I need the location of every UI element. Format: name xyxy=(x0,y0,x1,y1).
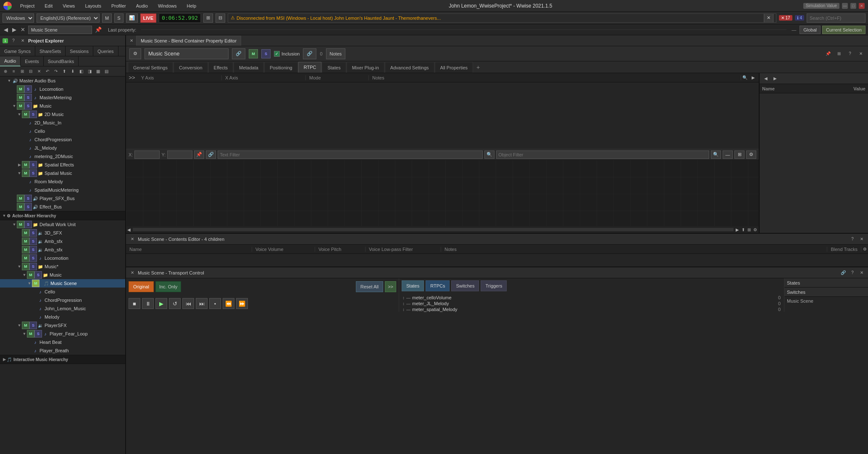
menu-views[interactable]: Views xyxy=(61,3,76,9)
prev-btn[interactable]: ⏪ xyxy=(223,298,234,309)
tab-game-syncs[interactable]: Game Syncs xyxy=(0,46,35,56)
live-button[interactable]: LIVE xyxy=(140,13,156,23)
add-tab-btn[interactable]: + xyxy=(473,62,483,73)
play-button[interactable]: ▶ xyxy=(155,298,167,309)
transport-help-btn[interactable]: ? xyxy=(849,269,856,277)
blend-options-button[interactable]: ⚙ xyxy=(129,48,141,59)
tab-close-button[interactable]: ✕ xyxy=(128,37,135,45)
tab-effects[interactable]: Effects xyxy=(208,62,233,73)
loop-btn[interactable]: ↺ xyxy=(169,298,181,309)
rtpc-list-item-2[interactable]: ↕ — meter_spatial_Melody 0 xyxy=(402,307,781,312)
properties-collapse[interactable]: ◀ xyxy=(762,75,770,82)
tree-item-mastermetering[interactable]: M S ♪ MasterMetering xyxy=(0,93,125,102)
tab-mixer-plugin[interactable]: Mixer Plug-in xyxy=(347,62,384,73)
tree-btn-7[interactable]: ↷ xyxy=(52,68,60,75)
panel-help-button[interactable]: ? xyxy=(10,37,17,45)
close-editor-btn[interactable]: ✕ xyxy=(857,50,865,58)
tree-btn-12[interactable]: ▦ xyxy=(94,68,102,75)
menu-windows[interactable]: Windows xyxy=(156,3,179,9)
graph-scrollbar[interactable] xyxy=(133,228,734,231)
contents-close-btn[interactable]: ✕ xyxy=(129,235,136,243)
transport-icon2[interactable]: ⊟ xyxy=(216,13,225,23)
pause-button[interactable]: ⏸ xyxy=(142,298,154,309)
tab-states[interactable]: States xyxy=(322,62,346,73)
object-filter-search-btn[interactable]: 🔍 xyxy=(711,150,721,159)
y-input[interactable] xyxy=(167,150,192,159)
rtpcs-button[interactable]: RTPCs xyxy=(426,280,450,291)
tab-conversion[interactable]: Conversion xyxy=(174,62,208,73)
switches-button[interactable]: Switches xyxy=(451,280,479,291)
graph-icon-b[interactable]: ⊞ xyxy=(746,227,752,232)
filter-btn-1[interactable]: — xyxy=(723,150,733,159)
rtpc-list-item-1[interactable]: ↕ — meter_JL_Melody 0 xyxy=(402,301,781,306)
scope-current-selection-button[interactable]: Current Selection xyxy=(822,26,865,34)
tree-btn-8[interactable]: ⬆ xyxy=(60,68,68,75)
forward-button[interactable]: ▶ xyxy=(11,26,18,33)
tree-item-amb-sfx-1[interactable]: M S 🔉 Amb_sfx xyxy=(0,237,125,245)
rtpc-list-item-0[interactable]: ↕ — meter_celloVolume 0 xyxy=(402,295,781,300)
filter-btn-2[interactable]: ⊞ xyxy=(734,150,744,159)
s-button[interactable]: S xyxy=(114,13,123,23)
help-btn[interactable]: ? xyxy=(846,50,854,58)
tree-item-music-star[interactable]: ▼ M S 📁 Music* xyxy=(0,262,125,271)
text-filter-search-btn[interactable]: 🔍 xyxy=(484,150,494,159)
tree-item-music-folder[interactable]: ▼ M S 📁 Music xyxy=(0,102,125,110)
blend-m-btn[interactable]: M xyxy=(249,49,258,58)
col-settings-btn[interactable]: ⚙ xyxy=(861,245,868,253)
rewind-btn[interactable]: ⏮ xyxy=(182,298,194,309)
tab-sharesets[interactable]: ShareSets xyxy=(35,46,66,56)
tree-item-cello-1[interactable]: ♪ Cello xyxy=(0,127,125,135)
tree-btn-3[interactable]: ⊞ xyxy=(18,68,26,75)
activity-button[interactable]: 📊 xyxy=(126,13,138,23)
stop-button[interactable]: ■ xyxy=(129,298,140,309)
close-nav-button[interactable]: ✕ xyxy=(19,26,26,33)
tree-item-johnlemonmusic[interactable]: ♪ John_Lemon_Music xyxy=(0,304,125,313)
expand-btn[interactable]: ▶ xyxy=(750,74,757,82)
tab-general[interactable]: General Settings xyxy=(128,62,173,73)
notification-bar[interactable]: ⚠ Disconnected from MSI (Windows - Local… xyxy=(228,13,776,23)
fwd-button[interactable]: >> xyxy=(385,281,396,292)
blend-s-btn[interactable]: S xyxy=(261,49,271,58)
pin-button[interactable]: 📌 xyxy=(94,26,103,33)
subtab-soundbanks[interactable]: SoundBanks xyxy=(44,56,79,66)
tree-btn-10[interactable]: ◧ xyxy=(77,68,85,75)
rtpc-add-row-btn[interactable]: >> xyxy=(126,73,138,82)
interactive-music-section[interactable]: ▶ 🎵 Interactive Music Hierarchy xyxy=(0,355,125,364)
tree-item-playersfx[interactable]: ▼ M S 🔉 PlayerSFX xyxy=(0,321,125,330)
tab-rtpc[interactable]: RTPC xyxy=(298,62,322,73)
tab-all-properties[interactable]: All Properties xyxy=(435,62,473,73)
tree-item-2dmusic[interactable]: ▼ M S 📁 2D Music xyxy=(0,110,125,119)
error-badge[interactable]: ✕ 17 xyxy=(779,15,792,21)
properties-expand[interactable]: ▶ xyxy=(771,75,779,82)
transport-link-btn[interactable]: 🔗 xyxy=(839,269,847,277)
tree-item-fearloop[interactable]: ▼ M S ♪ Player_Fear_Loop xyxy=(0,330,125,338)
menu-project[interactable]: Project xyxy=(18,3,36,9)
tree-item-cello-2[interactable]: ♪ Cello xyxy=(0,288,125,296)
snap-btn[interactable]: 📌 xyxy=(194,150,204,159)
blend-container-tab[interactable]: Music Scene - Blend Container Property E… xyxy=(136,36,241,46)
search-input[interactable] xyxy=(807,13,865,23)
notes-btn[interactable]: Notes xyxy=(326,48,346,59)
tree-btn-5[interactable]: ✕ xyxy=(35,68,43,75)
contents-help-btn[interactable]: ? xyxy=(849,235,856,243)
minimize-button[interactable]: — xyxy=(842,3,848,9)
filter-btn-3[interactable]: ⚙ xyxy=(746,150,756,159)
tree-item-2dmusic-in[interactable]: ♪ 2D_Music_In xyxy=(0,119,125,127)
contents-close-x-btn[interactable]: ✕ xyxy=(858,235,865,243)
tab-sessions[interactable]: Sessions xyxy=(66,46,93,56)
tree-btn-11[interactable]: ◨ xyxy=(86,68,93,75)
panel-close-button[interactable]: ✕ xyxy=(19,37,26,45)
transport-icon1[interactable]: ⊞ xyxy=(203,13,213,23)
blend-title-input[interactable] xyxy=(145,48,229,59)
tab-queries[interactable]: Queries xyxy=(93,46,118,56)
tree-btn-6[interactable]: ↶ xyxy=(44,68,51,75)
inc-only-button[interactable]: Inc. Only xyxy=(155,281,181,292)
menu-audio[interactable]: Audio xyxy=(134,3,150,9)
tree-item-locomotion-1[interactable]: M S ♪ Locomotion xyxy=(0,85,125,93)
tree-item-default-work-unit[interactable]: ▼ M S 📁 Default Work Unit xyxy=(0,220,125,229)
menu-profiler[interactable]: Profiler xyxy=(110,3,128,9)
link-btn[interactable]: 🔗 xyxy=(206,150,216,159)
scope-global-button[interactable]: Global xyxy=(800,26,821,34)
tree-item-master-audio-bus[interactable]: ▼ 🔊 Master Audio Bus xyxy=(0,77,125,85)
tree-item-heartbeat[interactable]: ♪ Heart Beat xyxy=(0,338,125,346)
